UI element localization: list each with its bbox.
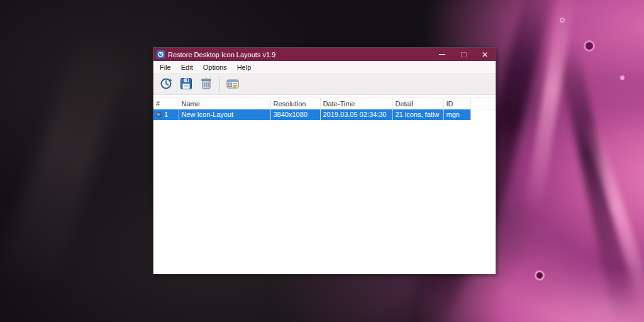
menu-help[interactable]: Help xyxy=(232,62,257,72)
column-header-num[interactable]: # xyxy=(153,98,179,109)
background-bubble xyxy=(560,18,565,23)
cell-resolution: 3840x1080 xyxy=(270,109,320,120)
id-card-button[interactable] xyxy=(224,75,242,93)
cell-num: 1 xyxy=(153,109,179,120)
minimize-icon xyxy=(439,54,445,55)
menubar: File Edit Options Help xyxy=(153,61,496,74)
column-header-id[interactable]: ID xyxy=(443,98,470,109)
background-bubble xyxy=(620,75,625,80)
layout-table: # Name Resolution Date-Time Detail ID 1 … xyxy=(153,97,496,120)
maximize-button[interactable] xyxy=(453,48,474,61)
column-header-filler xyxy=(470,98,496,109)
close-button[interactable]: ✕ xyxy=(474,48,496,61)
background-swirl xyxy=(525,0,576,214)
app-window: Restore Desktop Icon Layouts v1.9 ✕ File… xyxy=(153,47,496,274)
save-layout-button[interactable] xyxy=(177,75,195,93)
minimize-button[interactable] xyxy=(431,48,453,61)
background-swirl xyxy=(582,116,644,318)
cell-id: mgn xyxy=(443,109,470,120)
column-header-name[interactable]: Name xyxy=(179,98,270,109)
column-header-resolution[interactable]: Resolution xyxy=(270,98,320,109)
titlebar[interactable]: Restore Desktop Icon Layouts v1.9 ✕ xyxy=(153,48,496,61)
maximize-icon xyxy=(461,52,467,57)
cell-datetime: 2019.03.05 02:34:30 xyxy=(320,109,392,120)
toolbar xyxy=(153,74,496,95)
cell-name: New Icon-Layout xyxy=(179,109,270,120)
background-swirl xyxy=(555,38,636,322)
window-title: Restore Desktop Icon Layouts v1.9 xyxy=(168,51,431,58)
close-icon: ✕ xyxy=(482,51,488,58)
column-header-datetime[interactable]: Date-Time xyxy=(320,98,392,109)
cell-detail: 21 icons, fatiw xyxy=(392,109,443,120)
id-card-icon xyxy=(226,77,240,92)
menu-edit[interactable]: Edit xyxy=(176,62,198,72)
layout-bullet-icon xyxy=(156,112,162,118)
restore-layout-button[interactable] xyxy=(157,75,175,93)
toolbar-separator xyxy=(219,77,220,92)
delete-layout-icon xyxy=(199,77,213,92)
background-bubble xyxy=(584,40,595,52)
background-swirl xyxy=(0,23,135,298)
layout-list: # Name Resolution Date-Time Detail ID 1 … xyxy=(153,95,496,274)
cell-filler xyxy=(470,109,496,120)
window-controls: ✕ xyxy=(431,48,496,61)
column-header-detail[interactable]: Detail xyxy=(392,98,443,109)
desktop-background: Restore Desktop Icon Layouts v1.9 ✕ File… xyxy=(0,0,644,322)
background-bubble xyxy=(535,270,545,280)
app-icon xyxy=(157,50,165,58)
table-header-row: # Name Resolution Date-Time Detail ID xyxy=(153,98,496,109)
delete-layout-button[interactable] xyxy=(197,75,215,93)
restore-layout-icon xyxy=(159,77,173,92)
table-row[interactable]: 1 New Icon-Layout 3840x1080 2019.03.05 0… xyxy=(153,109,496,120)
menu-file[interactable]: File xyxy=(155,62,176,72)
save-layout-icon xyxy=(179,77,193,92)
menu-options[interactable]: Options xyxy=(198,62,232,72)
